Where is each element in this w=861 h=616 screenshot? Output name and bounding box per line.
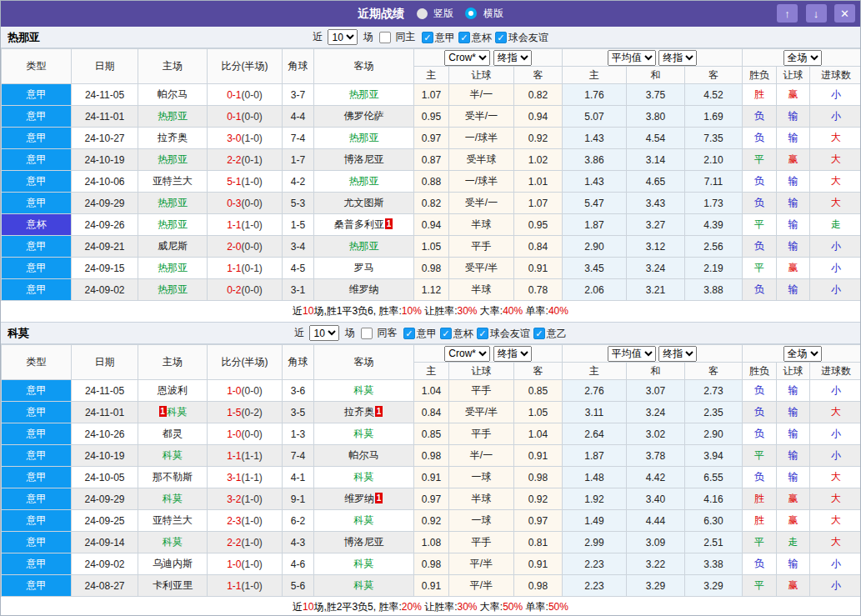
radio-label: 横版 [483,8,503,19]
summary-segment: 30% [457,601,477,613]
goals-result: 大 [810,467,861,488]
handicap-result: 输 [777,445,810,467]
radio-icon[interactable] [417,8,428,19]
match-score: 2-3(1-0) [208,510,283,532]
corner-score: 4-6 [283,553,314,575]
close-button[interactable]: ✕ [834,4,855,23]
away-team: 维罗纳1 [314,488,414,510]
asian-time-select[interactable]: 终指 [493,50,532,66]
subcol-euro-home: 主 [563,67,627,84]
team-label: 科莫 [354,384,374,396]
match-date: 24-09-21 [72,236,138,258]
move-down-button[interactable]: ↓ [806,4,827,23]
checkbox-icon[interactable]: ✓ [422,32,433,43]
radio-icon[interactable] [465,8,477,19]
euro-time-select[interactable]: 终指 [658,346,697,362]
corner-score: 4-2 [283,171,314,193]
checkbox-icon[interactable]: ✓ [458,32,470,43]
league-checkbox[interactable]: ✓球会友谊 [477,323,530,343]
away-team: 热那亚 [314,236,414,258]
asian-company-select[interactable]: Crow* [444,346,490,362]
match-date: 24-11-01 [72,402,138,423]
col-header-home: 主场 [138,345,208,380]
move-up-button[interactable]: ↑ [777,4,798,23]
full-match-select[interactable]: 全场 [783,346,822,362]
same-venue-checkbox[interactable]: 同客 [361,323,397,343]
away-team: 科莫 [314,575,414,597]
euro-draw-odds: 4.42 [627,467,685,488]
league-checkbox[interactable]: ✓意乙 [533,323,567,343]
team-label: 科莫 [354,514,374,526]
euro-company-select[interactable]: 平均值 [608,50,656,66]
checkbox-icon[interactable]: ✓ [533,328,545,339]
fulltime-score: 0-3 [227,198,241,209]
euro-company-select[interactable]: 平均值 [608,346,656,362]
summary-row: 近10场,胜2平3负5, 胜率:20% 让胜率:30% 大率:50% 单率:50… [1,597,860,616]
winlose-result: 平 [743,575,777,597]
asian-company-select[interactable]: Crow* [444,50,490,66]
euro-time-select[interactable]: 终指 [658,50,697,66]
league-checkbox[interactable]: ✓意甲 [422,27,455,48]
league-checkbox[interactable]: ✓意甲 [403,323,437,343]
recent-count-select[interactable]: 10 [309,325,339,341]
asian-time-select[interactable]: 终指 [493,346,532,362]
away-team: 罗马 [314,258,414,279]
euro-away-odds: 2.90 [685,423,743,445]
goals-result: 大 [810,128,861,149]
euro-home-odds: 1.92 [563,488,627,510]
euro-home-odds: 5.07 [563,106,627,128]
col-header-score: 比分(半场) [208,345,283,380]
asian-handicap: 受平/半 [449,258,514,279]
full-match-select[interactable]: 全场 [783,50,822,66]
team-label: 热那亚 [158,110,188,122]
euro-away-odds: 2.10 [685,149,743,171]
checkbox-icon[interactable] [379,32,391,43]
checkbox-icon[interactable]: ✓ [403,328,415,339]
recent-count-select[interactable]: 10 [328,29,358,45]
corner-score: 1-7 [283,149,314,171]
team-label: 维罗纳 [349,283,379,295]
summary-segment: 让胜率: [422,305,458,317]
radio-vertical-layout[interactable]: 竖版 [417,6,458,20]
corner-score: 3-6 [283,380,314,402]
halftime-score: (1-0) [242,580,263,592]
asian-away-odds: 1.04 [514,423,563,445]
corner-score: 7-4 [283,128,314,149]
up-arrow-icon: ↑ [784,8,790,20]
team-label: 科莫 [354,558,374,569]
league-checkbox[interactable]: ✓球会友谊 [495,27,548,48]
col-header-away: 客场 [314,49,414,84]
winlose-result: 负 [743,128,777,149]
match-type: 意甲 [2,380,72,402]
col-header-home: 主场 [138,49,208,84]
goals-result: 走 [810,214,861,236]
league-checkbox[interactable]: ✓意杯 [458,27,492,48]
home-team: 热那亚 [138,193,208,214]
asian-handicap: 一球 [449,467,514,488]
match-date: 24-09-02 [72,279,138,301]
match-type: 意甲 [2,171,72,193]
radio-label: 竖版 [433,8,453,19]
checkbox-icon[interactable] [361,328,373,339]
checkbox-icon[interactable]: ✓ [477,328,488,339]
league-checkbox[interactable]: ✓意杯 [440,323,473,343]
winlose-result: 负 [743,171,777,193]
match-type: 意甲 [2,575,72,597]
filter-row: 科莫 近 10 场 同客 ✓意甲✓意杯✓球会友谊✓意乙 [1,323,860,344]
match-date: 24-11-05 [72,84,138,106]
checkbox-label: 意甲 [435,32,455,43]
radio-horizontal-layout[interactable]: 横版 [465,6,503,20]
match-row: 意甲24-10-06亚特兰大5-1(1-0)4-2热那亚0.88一/球半1.01… [2,171,861,193]
euro-home-odds: 3.86 [563,149,627,171]
euro-home-odds: 2.99 [563,532,627,553]
asian-home-odds: 0.91 [414,467,449,488]
checkbox-icon[interactable]: ✓ [440,328,452,339]
same-venue-checkbox[interactable]: 同主 [379,27,415,48]
checkbox-icon[interactable]: ✓ [495,32,507,43]
asian-away-odds: 0.92 [514,128,563,149]
euro-away-odds: 2.35 [685,402,743,423]
match-score: 1-0(0-0) [208,423,283,445]
summary-text: 近10场,胜1平3负6, 胜率:10% 让胜率:30% 大率:40% 单率:40… [293,305,568,317]
asian-handicap: 平手 [449,423,514,445]
winlose-result: 平 [743,258,777,279]
